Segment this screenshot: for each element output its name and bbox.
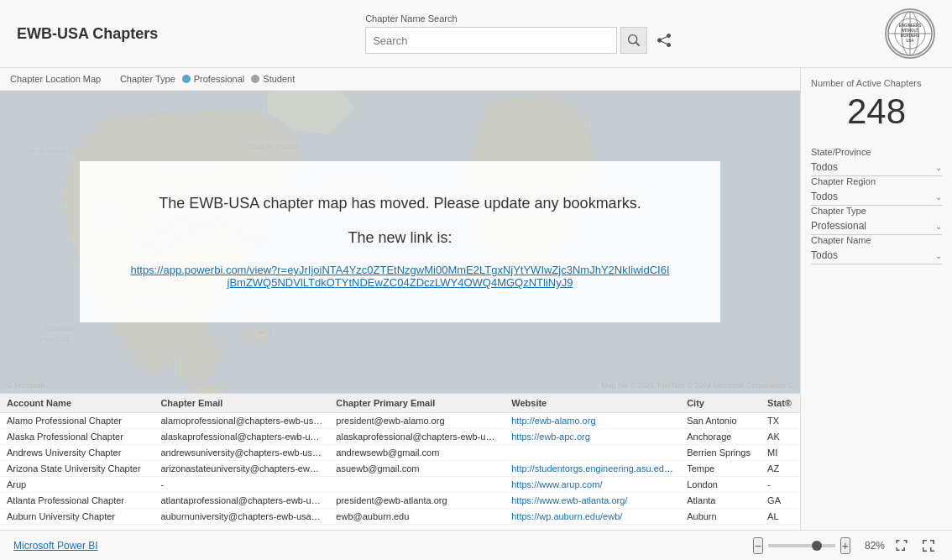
professional-dot <box>182 75 191 83</box>
data-table: Account Name Chapter Email Chapter Prima… <box>0 393 800 525</box>
table-row: Auburn University Chapter auburnuniversi… <box>0 509 800 525</box>
filter-dropdown[interactable]: Todos ⌄ <box>811 159 942 176</box>
cell-city: Berrien Springs <box>680 445 761 461</box>
filter-label: Chapter Region <box>811 176 942 186</box>
zoom-percent: 82% <box>855 540 885 552</box>
cell-chapter-email: andrewsuniversity@chapters-ewb-usa.org <box>154 445 329 461</box>
cell-city: Anchorage <box>680 429 761 445</box>
cell-website <box>505 445 680 461</box>
cell-website: https://wp.auburn.edu/ewb/ <box>505 509 680 525</box>
filter-row: Chapter Type Professional ⌄ <box>811 206 942 235</box>
chevron-down-icon: ⌄ <box>935 192 942 201</box>
chevron-down-icon: ⌄ <box>935 222 942 231</box>
svg-text:USA: USA <box>906 39 914 43</box>
powerbi-link[interactable]: Microsoft Power BI <box>13 540 98 552</box>
cell-primary-email: ewb@auburn.edu <box>329 509 505 525</box>
share-icon <box>657 34 671 47</box>
professional-label: Professional <box>194 74 245 84</box>
cell-account-name: Andrews University Chapter <box>0 445 154 461</box>
cell-chapter-email: arizonastateuniversity@chapters-ewb-usa.… <box>154 461 329 477</box>
cell-primary-email: andrewsewb@gmail.com <box>329 445 505 461</box>
student-label: Student <box>263 74 295 84</box>
cell-chapter-email: alamoprofessional@chapters-ewb-usa.org <box>154 413 329 429</box>
cell-state: AZ <box>761 461 800 477</box>
zoom-thumb <box>812 541 822 551</box>
search-button[interactable] <box>620 27 647 54</box>
table-row: Atlanta Professional Chapter atlantaprof… <box>0 493 800 509</box>
chapter-type-label: Chapter Type <box>120 74 175 84</box>
filter-row: Chapter Region Todos ⌄ <box>811 176 942 206</box>
focus-mode-button[interactable] <box>892 536 912 556</box>
cell-city: Tempe <box>680 461 761 477</box>
student-dot <box>251 75 259 83</box>
svg-text:BORDERS: BORDERS <box>901 34 920 38</box>
expand-button[interactable] <box>918 536 939 556</box>
cell-account-name: Atlanta Professional Chapter <box>0 493 154 509</box>
focus-icon <box>895 539 908 552</box>
filter-label: State/Province <box>811 147 942 157</box>
chevron-down-icon: ⌄ <box>935 251 942 260</box>
col-website: Website <box>505 394 680 413</box>
cell-chapter-email: auburnuniversity@chapters-ewb-usa.org <box>154 509 329 525</box>
cell-chapter-email: alaskaprofessional@chapters-ewb-usa.org <box>154 429 329 445</box>
cell-primary-email <box>329 477 505 493</box>
modal-text2: The new link is: <box>130 229 669 247</box>
search-icon <box>628 34 640 46</box>
zoom-out-button[interactable]: − <box>753 537 763 554</box>
cell-account-name: Alamo Professional Chapter <box>0 413 154 429</box>
table-row: Alamo Professional Chapter alamoprofessi… <box>0 413 800 429</box>
modal-link[interactable]: https://app.powerbi.com/view?r=eyJrIjoiN… <box>130 264 669 289</box>
col-account-name: Account Name <box>0 394 154 413</box>
cell-state: GA <box>761 493 800 509</box>
share-button[interactable] <box>651 27 677 54</box>
cell-website: https://www.arup.com/ <box>505 477 680 493</box>
svg-text:ENGINEERS: ENGINEERS <box>899 24 922 28</box>
filter-label: Chapter Type <box>811 206 942 216</box>
table-row: Andrews University Chapter andrewsuniver… <box>0 445 800 461</box>
right-sidebar: Number of Active Chapters 248 State/Prov… <box>801 68 952 530</box>
table-row: Arup - https://www.arup.com/ London - <box>0 477 800 493</box>
cell-account-name: Alaska Professional Chapter <box>0 429 154 445</box>
cell-website: http://ewb-alamo.org <box>505 413 680 429</box>
filter-label: Chapter Name <box>811 235 942 245</box>
cell-primary-email: president@ewb-alamo.org <box>329 413 505 429</box>
cell-account-name: Arup <box>0 477 154 493</box>
cell-city: Atlanta <box>680 493 761 509</box>
search-input[interactable] <box>365 27 617 54</box>
cell-state: - <box>761 477 800 493</box>
table-row: Arizona State University Chapter arizona… <box>0 461 800 477</box>
col-primary-email: Chapter Primary Email <box>329 394 505 413</box>
cell-city: San Antonio <box>680 413 761 429</box>
cell-city: Auburn <box>680 509 761 525</box>
active-chapters-label: Number of Active Chapters <box>811 78 942 88</box>
cell-state: TX <box>761 413 800 429</box>
cell-account-name: Arizona State University Chapter <box>0 461 154 477</box>
col-state: Stat® <box>761 394 800 413</box>
filter-value-text: Todos <box>811 161 838 173</box>
filter-dropdown[interactable]: Professional ⌄ <box>811 217 942 235</box>
active-chapters-count: 248 <box>811 92 942 132</box>
cell-primary-email: asuewb@gmail.com <box>329 461 505 477</box>
filter-dropdown[interactable]: Todos ⌄ <box>811 188 942 206</box>
filter-row: State/Province Todos ⌄ <box>811 147 942 176</box>
col-city: City <box>680 394 761 413</box>
modal-text1: The EWB-USA chapter map has moved. Pleas… <box>130 195 669 212</box>
chevron-down-icon: ⌄ <box>935 163 942 172</box>
map-modal-overlay: The EWB-USA chapter map has moved. Pleas… <box>0 91 800 393</box>
search-label: Chapter Name Search <box>365 13 457 24</box>
col-chapter-email: Chapter Email <box>154 394 329 413</box>
cell-state: AK <box>761 429 800 445</box>
filter-value-text: Professional <box>811 220 866 232</box>
zoom-slider[interactable] <box>768 544 835 547</box>
cell-website: https://ewb-apc.org <box>505 429 680 445</box>
cell-chapter-email: atlantaprofessional@chapters-ewb-usa.org <box>154 493 329 509</box>
zoom-in-button[interactable]: + <box>840 537 850 554</box>
cell-city: London <box>680 477 761 493</box>
filter-row: Chapter Name Todos ⌄ <box>811 235 942 264</box>
footer: Microsoft Power BI − + 82% <box>0 530 952 560</box>
cell-primary-email: president@ewb-atlanta.org <box>329 493 505 509</box>
filter-dropdown[interactable]: Todos ⌄ <box>811 247 942 264</box>
map-section-label: Chapter Location Map <box>10 74 101 84</box>
table-row: Alaska Professional Chapter alaskaprofes… <box>0 429 800 445</box>
cell-website: https://www.ewb-atlanta.org/ <box>505 493 680 509</box>
